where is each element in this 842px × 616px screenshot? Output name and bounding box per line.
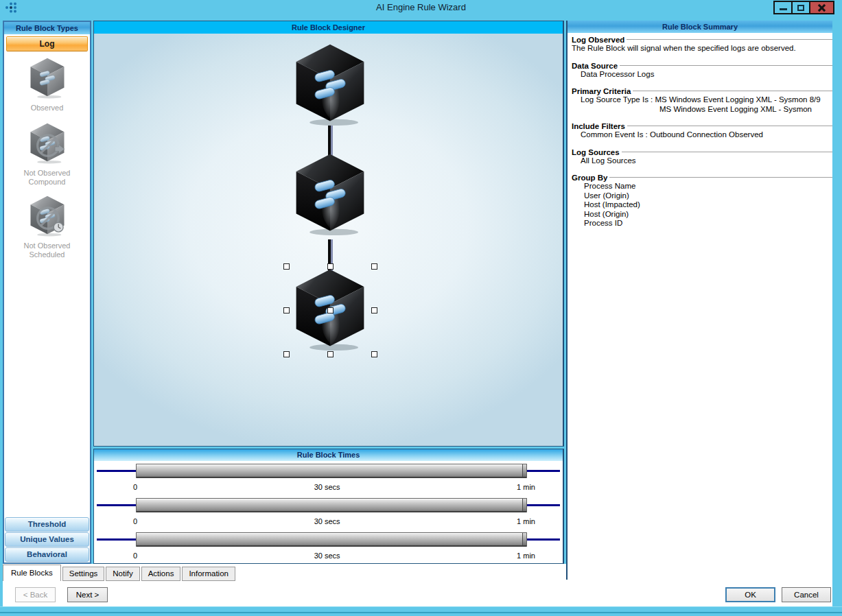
next-button[interactable]: Next > bbox=[67, 587, 108, 602]
section-divider bbox=[609, 177, 832, 178]
summary-section-data-source: Data Source Data Processor Logs bbox=[572, 62, 827, 80]
slider-max-label: 1 min bbox=[517, 552, 535, 560]
slider-mid-label: 30 secs bbox=[314, 483, 340, 491]
section-divider bbox=[620, 65, 832, 67]
section-line: Host (Origin) bbox=[572, 210, 827, 220]
category-unique-values-button[interactable]: Unique Values bbox=[5, 532, 89, 547]
slider-min-label: 0 bbox=[133, 483, 137, 491]
summary-section-log-sources: Log Sources All Log Sources bbox=[572, 148, 827, 166]
section-title: Log Observed bbox=[572, 36, 624, 44]
section-title: Group By bbox=[572, 174, 607, 182]
section-divider bbox=[627, 39, 832, 40]
selection-handle-center[interactable] bbox=[327, 307, 334, 313]
rule-block-summary-panel: Rule Block Summary Log Observed The Rule… bbox=[566, 21, 832, 580]
cube-observed-icon bbox=[28, 57, 67, 99]
maximize-icon bbox=[797, 5, 804, 11]
rule-type-not-observed-scheduled-label2: Scheduled bbox=[4, 250, 90, 259]
section-line: User (Origin) bbox=[572, 191, 827, 201]
section-line: All Log Sources bbox=[572, 156, 827, 166]
section-line: Host (Impacted) bbox=[572, 200, 827, 210]
slider-max-label: 1 min bbox=[517, 483, 535, 491]
rule-type-observed-label: Observed bbox=[4, 104, 90, 112]
tab-notify[interactable]: Notify bbox=[106, 567, 139, 581]
time-slider-1: 0 30 secs 1 min bbox=[94, 461, 563, 495]
rule-type-not-observed-scheduled[interactable]: Not Observed Scheduled bbox=[4, 195, 90, 259]
rule-block-designer-panel: Rule Block Designer bbox=[93, 21, 564, 447]
slider-bar[interactable] bbox=[136, 532, 527, 547]
slider-min-label: 0 bbox=[133, 552, 137, 560]
selection-handle-se[interactable] bbox=[371, 351, 377, 357]
tab-rule-blocks[interactable]: Rule Blocks bbox=[3, 565, 61, 581]
close-button[interactable] bbox=[809, 1, 834, 14]
section-line: Process ID bbox=[572, 219, 827, 228]
section-divider bbox=[622, 152, 832, 153]
section-line: Common Event Is : Outbound Connection Ob… bbox=[572, 130, 827, 140]
selection-handle-nw[interactable] bbox=[283, 263, 290, 270]
slider-min-label: 0 bbox=[133, 517, 137, 525]
window-bottom-border bbox=[0, 606, 842, 616]
ok-button[interactable]: OK bbox=[725, 587, 775, 602]
section-title: Include Filters bbox=[572, 122, 625, 130]
rule-block-cube-1[interactable] bbox=[292, 42, 369, 126]
tab-settings[interactable]: Settings bbox=[62, 567, 105, 581]
section-line: MS Windows Event Logging XML - Sysmon bbox=[572, 105, 827, 115]
slider-mid-label: 30 secs bbox=[314, 552, 340, 560]
slider-max-label: 1 min bbox=[517, 517, 535, 525]
summary-section-include-filters: Include Filters Common Event Is : Outbou… bbox=[572, 122, 827, 140]
selection-handle-ne[interactable] bbox=[371, 263, 377, 270]
rule-type-not-observed-compound-label1: Not Observed bbox=[4, 169, 90, 178]
category-buttons: Threshold Unique Values Behavioral bbox=[5, 517, 89, 562]
selection-handle-n[interactable] bbox=[327, 263, 334, 270]
category-threshold-button[interactable]: Threshold bbox=[5, 517, 89, 532]
section-divider bbox=[633, 91, 832, 92]
selection-handle-s[interactable] bbox=[327, 351, 334, 357]
section-title: Log Sources bbox=[572, 148, 620, 156]
rule-type-not-observed-scheduled-label1: Not Observed bbox=[4, 241, 90, 250]
rule-block-types-header: Rule Block Types bbox=[4, 22, 90, 34]
rule-block-cube-2[interactable] bbox=[292, 152, 369, 236]
tab-actions[interactable]: Actions bbox=[141, 567, 181, 581]
section-line: The Rule Block will signal when the spec… bbox=[572, 44, 827, 54]
time-slider-3: 0 30 secs 1 min bbox=[94, 530, 563, 564]
selection-handle-e[interactable] bbox=[371, 307, 377, 313]
section-line: Process Name bbox=[572, 182, 827, 191]
back-button[interactable]: < Back bbox=[15, 587, 56, 602]
minimize-button[interactable] bbox=[773, 1, 793, 14]
slider-bar[interactable] bbox=[136, 464, 527, 478]
section-line: Data Processor Logs bbox=[572, 70, 827, 80]
close-icon bbox=[817, 3, 826, 12]
summary-section-primary-criteria: Primary Criteria Log Source Type Is : MS… bbox=[572, 87, 827, 114]
titlebar: AI Engine Rule Wizard bbox=[0, 0, 842, 15]
section-title: Primary Criteria bbox=[572, 87, 631, 95]
window-title: AI Engine Rule Wizard bbox=[0, 0, 842, 15]
minimize-icon bbox=[780, 8, 787, 10]
wizard-tabs: Rule Blocks Settings Notify Actions Info… bbox=[3, 565, 237, 581]
cancel-button[interactable]: Cancel bbox=[782, 587, 831, 602]
section-divider bbox=[627, 126, 832, 127]
rule-block-types-panel: Rule Block Types Log Observed Not Observ… bbox=[3, 21, 91, 564]
cube-not-observed-compound-icon bbox=[28, 122, 67, 164]
cube-not-observed-scheduled-icon bbox=[28, 195, 67, 237]
section-title: Data Source bbox=[572, 62, 618, 70]
selection-handle-sw[interactable] bbox=[283, 351, 290, 357]
slider-bar[interactable] bbox=[136, 498, 527, 512]
category-log-button[interactable]: Log bbox=[6, 36, 88, 51]
rule-block-times-panel: Rule Block Times 0 30 secs 1 min 0 30 se… bbox=[93, 449, 564, 564]
summary-section-log-observed: Log Observed The Rule Block will signal … bbox=[572, 36, 827, 54]
maximize-button[interactable] bbox=[791, 1, 810, 14]
window-controls bbox=[775, 1, 834, 14]
rule-block-times-header: Rule Block Times bbox=[94, 449, 563, 461]
selection-handle-w[interactable] bbox=[283, 307, 290, 313]
rule-type-not-observed-compound[interactable]: Not Observed Compound bbox=[4, 122, 90, 187]
summary-section-group-by: Group By Process Name User (Origin) Host… bbox=[572, 174, 827, 228]
rule-type-not-observed-compound-label2: Compound bbox=[4, 178, 90, 187]
rule-block-summary-header: Rule Block Summary bbox=[568, 21, 832, 33]
designer-canvas[interactable] bbox=[94, 34, 563, 446]
rule-block-designer-header: Rule Block Designer bbox=[94, 21, 563, 34]
time-slider-2: 0 30 secs 1 min bbox=[94, 495, 563, 530]
category-behavioral-button[interactable]: Behavioral bbox=[5, 547, 89, 562]
tab-information[interactable]: Information bbox=[182, 567, 235, 581]
rule-type-observed[interactable]: Observed bbox=[4, 57, 90, 112]
slider-mid-label: 30 secs bbox=[314, 517, 340, 525]
section-line: Log Source Type Is : MS Windows Event Lo… bbox=[572, 95, 827, 105]
